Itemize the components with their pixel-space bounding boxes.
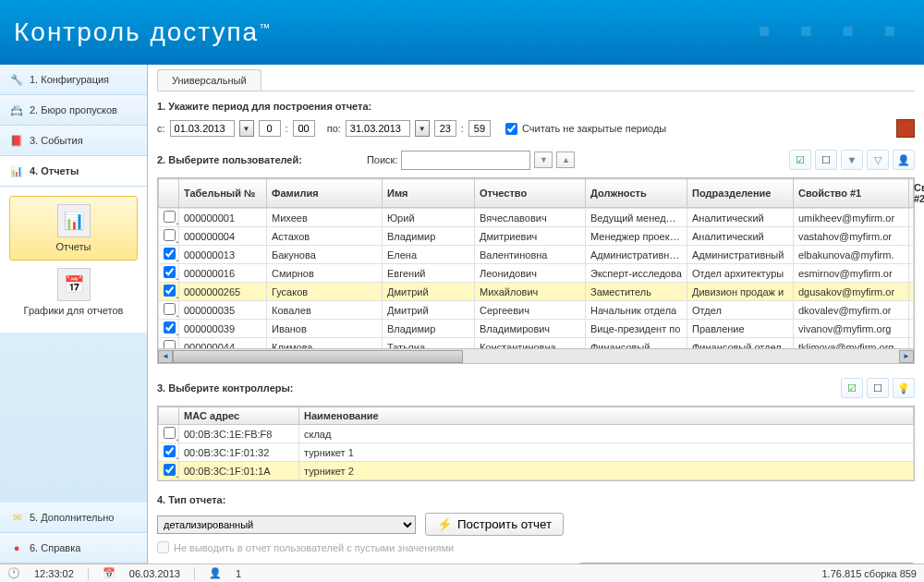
scroll-right-icon[interactable]: ►	[899, 350, 914, 363]
build-report-button[interactable]: ⚡ Построить отчет	[425, 513, 564, 536]
table-row[interactable]: 000000001МихеевЮрийВячеславовичВедущий м…	[159, 209, 914, 227]
sub-label: Отчеты	[55, 241, 91, 252]
col-department[interactable]: Подразделение	[687, 179, 794, 208]
reports-large-icon: 📊	[57, 204, 91, 237]
content-area: Универсальный 1. Укажите период для пост…	[148, 65, 924, 564]
from-min-input[interactable]	[293, 120, 315, 137]
row-checkbox[interactable]	[164, 340, 176, 348]
tab-bar: Универсальный	[157, 69, 915, 91]
card-icon: 📇	[9, 103, 24, 117]
to-min-input[interactable]	[468, 120, 491, 137]
table-row[interactable]: 000000004АстаховВладимирДмитриевичМенедж…	[159, 227, 914, 246]
sidebar-item-help[interactable]: ● 6. Справка	[0, 533, 147, 564]
open-periods-checkbox[interactable]	[505, 123, 517, 135]
to-label: по:	[327, 123, 341, 134]
col-position[interactable]: Должность	[586, 179, 687, 208]
sidebar-label: 1. Конфигурация	[30, 74, 109, 85]
report-type-select[interactable]: детализированный	[157, 515, 416, 534]
wrench-icon: 🔧	[9, 72, 24, 87]
col-patronymic[interactable]: Отчество	[475, 179, 586, 208]
sidebar-item-reports[interactable]: 📊 4. Отчеты	[0, 156, 147, 187]
ctrl-bulb-button[interactable]: 💡	[893, 378, 915, 398]
books-icon[interactable]	[896, 119, 915, 138]
search-up-button[interactable]: ▲	[556, 152, 575, 168]
users-title: 2. Выберите пользователей:	[157, 154, 302, 165]
ctrl-uncheck-all-button[interactable]: ☐	[867, 378, 889, 398]
sidebar-item-config[interactable]: 🔧 1. Конфигурация	[0, 65, 147, 95]
chart-icon: 📊	[9, 164, 24, 178]
to-date-input[interactable]	[346, 120, 410, 137]
sidebar-item-extra[interactable]: ✉ 5. Дополнительно	[0, 503, 147, 533]
table-row[interactable]: 0000000265ГусаковДмитрийМихайловичЗамест…	[159, 283, 914, 301]
filter-clear-button[interactable]: ▽	[867, 150, 889, 170]
table-row[interactable]: 00:0B:3C:1F:01:1Aтурникет 2	[159, 462, 914, 480]
tab-universal[interactable]: Универсальный	[157, 69, 261, 91]
check-all-button[interactable]: ☑	[789, 150, 811, 170]
skip-empty-checkbox	[157, 541, 169, 553]
table-row[interactable]: 000000044КлимоваТатьянаКонстантиновнаФин…	[159, 338, 914, 349]
sidebar-sub-panel: 📊 Отчеты 📅 Графики для отчетов	[0, 187, 147, 333]
controllers-title: 3. Выберите контроллеры:	[157, 382, 294, 394]
open-periods-label: Считать не закрытые периоды	[522, 123, 666, 134]
sidebar-label: 4. Отчеты	[30, 165, 79, 176]
user-button[interactable]: 👤	[893, 150, 915, 170]
from-label: с:	[157, 123, 165, 134]
row-checkbox[interactable]	[164, 303, 176, 315]
row-checkbox[interactable]	[164, 464, 176, 476]
help-icon: ●	[9, 540, 24, 555]
search-down-button[interactable]: ▼	[534, 152, 553, 168]
sidebar-item-events[interactable]: 📕 3. События	[0, 126, 147, 156]
from-hour-input[interactable]	[259, 120, 281, 137]
controllers-grid: MAC адрес Наименование 00:0B:3C:1E:FB:F8…	[157, 406, 915, 481]
to-date-dropdown[interactable]: ▼	[415, 120, 430, 137]
col-mac[interactable]: MAC адрес	[179, 407, 299, 425]
uncheck-all-button[interactable]: ☐	[815, 150, 837, 170]
table-row[interactable]: 00:0B:3C:1F:01:32турникет 1	[159, 443, 914, 462]
from-date-dropdown[interactable]: ▼	[239, 120, 254, 137]
table-row[interactable]: 000000016СмирновЕвгенийЛеонидовичЭксперт…	[159, 264, 914, 283]
row-checkbox[interactable]	[164, 266, 176, 278]
row-checkbox[interactable]	[164, 229, 176, 241]
from-date-input[interactable]	[170, 120, 235, 137]
col-tabnum[interactable]: Табельный №	[179, 179, 267, 208]
force-unload-button[interactable]: ⬇ Принудительная выгрузка событий из кон…	[578, 563, 915, 564]
filter-button[interactable]: ▼	[841, 150, 863, 170]
row-checkbox[interactable]	[164, 248, 176, 260]
users-hscroll[interactable]: ◄ ►	[158, 348, 914, 363]
col-check[interactable]	[159, 407, 179, 425]
row-checkbox[interactable]	[164, 321, 176, 333]
col-lastname[interactable]: Фамилия	[267, 179, 383, 208]
sidebar: 🔧 1. Конфигурация 📇 2. Бюро пропусков 📕 …	[0, 65, 148, 564]
col-firstname[interactable]: Имя	[383, 179, 475, 208]
col-prop1[interactable]: Свойство #1	[794, 179, 909, 208]
sidebar-sub-reports[interactable]: 📊 Отчеты	[9, 196, 138, 261]
search-input[interactable]	[401, 151, 530, 170]
table-row[interactable]: 000000013БакуноваЕленаВалентиновнаАдмини…	[159, 246, 914, 264]
table-row[interactable]: 00:0B:3C:1E:FB:F8склад	[159, 425, 914, 443]
scroll-left-icon[interactable]: ◄	[158, 350, 173, 363]
table-row[interactable]: 000000039ИвановВладимирВладимировичВице-…	[159, 320, 914, 338]
mail-icon: ✉	[9, 510, 24, 525]
row-checkbox[interactable]	[164, 445, 176, 457]
sidebar-sub-charts[interactable]: 📅 Графики для отчетов	[9, 261, 138, 323]
col-name[interactable]: Наименование	[299, 407, 914, 425]
row-checkbox[interactable]	[164, 211, 176, 223]
table-row[interactable]: 000000035КовалевДмитрийСергеевичНачальни…	[159, 301, 914, 320]
col-prop2[interactable]: Свойство #2	[909, 179, 914, 208]
book-icon: 📕	[9, 133, 24, 148]
statusbar: 🕐 12:33:02 📅 06.03.2013 👤 1 1.76.815 сбо…	[0, 564, 924, 582]
users-grid: Табельный № Фамилия Имя Отчество Должнос…	[157, 177, 915, 364]
sidebar-item-passes[interactable]: 📇 2. Бюро пропусков	[0, 95, 147, 126]
sidebar-label: 2. Бюро пропусков	[30, 104, 117, 115]
calendar-icon: 📅	[103, 567, 116, 579]
sub-label: Графики для отчетов	[24, 305, 124, 316]
sidebar-label: 6. Справка	[30, 542, 80, 553]
col-check[interactable]	[159, 179, 179, 208]
to-hour-input[interactable]	[434, 120, 456, 137]
row-checkbox[interactable]	[164, 427, 176, 439]
sidebar-label: 3. События	[30, 135, 83, 146]
ctrl-check-all-button[interactable]: ☑	[841, 378, 863, 398]
status-version: 1.76.815 сборка 859	[822, 568, 918, 579]
app-title: Контроль доступа™	[14, 18, 272, 47]
row-checkbox[interactable]	[164, 285, 176, 297]
